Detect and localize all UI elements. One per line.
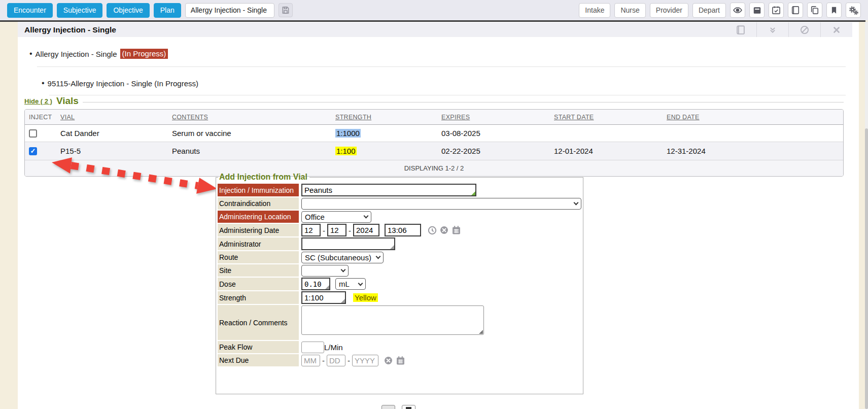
- bookmark-icon: [829, 6, 839, 15]
- note-close-button[interactable]: [821, 22, 852, 37]
- strength-input[interactable]: [301, 291, 346, 304]
- encounter-button[interactable]: Encounter: [7, 3, 53, 18]
- time-input[interactable]: [385, 224, 421, 236]
- col-header-contents[interactable]: CONTENTS: [168, 110, 331, 125]
- dose-row: Dose mL: [218, 278, 581, 290]
- note-status-text: Allergy Injection - Single: [36, 50, 117, 58]
- site-select[interactable]: [301, 265, 349, 277]
- peak-flow-unit: L/Min: [324, 343, 343, 352]
- form-legend: Add Injection from Vial: [218, 173, 309, 182]
- note-disable-button[interactable]: [789, 22, 820, 37]
- note-chart-button[interactable]: [725, 22, 756, 37]
- contraindication-label: Contraindication: [218, 197, 299, 210]
- clear-date-icon[interactable]: [439, 225, 449, 235]
- schedule-button[interactable]: [769, 3, 784, 18]
- bottom-cutoff-button-2[interactable]: [402, 405, 415, 409]
- selected-value: mL: [339, 280, 350, 288]
- bullet-glyph: •: [42, 79, 45, 88]
- in-progress-badge: (In Progress): [120, 49, 168, 59]
- strength-highlight-yellow: 1:100: [335, 147, 357, 155]
- chevron-down-icon: [358, 281, 363, 286]
- col-header-end-date[interactable]: END DATE: [663, 110, 843, 125]
- strength-row: Strength Yellow: [218, 291, 581, 304]
- reaction-label: Reaction / Comments: [218, 305, 299, 340]
- clear-date-icon[interactable]: [384, 356, 393, 365]
- procedure-text: 95115-Allergy Injection - Single (In Pro…: [48, 79, 198, 88]
- peak-flow-input[interactable]: [301, 342, 324, 353]
- peak-flow-row: Peak Flow L/Min: [218, 341, 581, 353]
- col-header-inject: INJECT: [25, 110, 56, 125]
- chevron-down-icon: [376, 254, 381, 259]
- hide-vials-link[interactable]: Hide ( 2 ): [24, 97, 52, 105]
- col-header-start-date[interactable]: START DATE: [550, 110, 663, 125]
- next-due-day-input[interactable]: [327, 355, 345, 366]
- nurse-button[interactable]: Nurse: [614, 3, 645, 18]
- bottom-cutoff-button-1[interactable]: [381, 405, 395, 409]
- scrollbar-thumb[interactable]: [865, 128, 868, 409]
- date-month-input[interactable]: [301, 224, 321, 236]
- copy-button[interactable]: [807, 3, 822, 18]
- site-label: Site: [218, 264, 299, 277]
- chart-button[interactable]: [788, 3, 803, 18]
- inject-checkbox-unchecked[interactable]: [29, 129, 37, 138]
- administering-date-label: Administering Date: [218, 224, 299, 236]
- template-name-box[interactable]: Allergy Injection - Single: [185, 3, 274, 18]
- administering-location-select[interactable]: Office: [301, 211, 371, 223]
- save-template-button[interactable]: [279, 3, 293, 17]
- note-collapse-button[interactable]: [757, 22, 788, 37]
- date-separator: -: [348, 356, 350, 366]
- reaction-comments-textarea[interactable]: [301, 305, 484, 335]
- vials-section-header: Hide ( 2 ) Vials: [24, 95, 844, 107]
- selected-value: Office: [305, 213, 325, 221]
- route-select[interactable]: SC (Subcutaneous): [301, 252, 384, 263]
- administering-location-row: Administering Location Office: [218, 211, 581, 223]
- note-title: Allergy Injection - Single: [24, 25, 116, 35]
- subjective-button[interactable]: Subjective: [57, 3, 103, 18]
- date-separator: -: [349, 226, 351, 236]
- preview-button[interactable]: [730, 3, 745, 18]
- injection-input[interactable]: [301, 184, 476, 196]
- calendar-icon[interactable]: [395, 355, 406, 366]
- col-header-vial[interactable]: VIAL: [56, 110, 168, 125]
- next-due-month-input[interactable]: [301, 355, 320, 366]
- chevron-double-down-icon: [768, 25, 778, 35]
- table-cell-inject: [25, 125, 56, 142]
- dose-unit-select[interactable]: mL: [335, 278, 366, 290]
- table-cell-contents: Serum or vaccine: [168, 125, 331, 142]
- settings-button[interactable]: [846, 3, 861, 18]
- administrator-label: Administrator: [218, 237, 299, 250]
- strength-highlight-blue: 1:1000: [335, 129, 361, 138]
- col-header-strength[interactable]: STRENGTH: [331, 110, 437, 125]
- table-cell-strength: 1:100: [331, 142, 437, 160]
- next-due-year-input[interactable]: [352, 355, 378, 366]
- archive-button[interactable]: [749, 3, 765, 18]
- next-due-label: Next Due: [218, 354, 299, 366]
- col-header-expires[interactable]: EXPIRES: [437, 110, 550, 125]
- chevron-down-icon: [364, 214, 369, 219]
- provider-button[interactable]: Provider: [650, 3, 688, 18]
- date-year-input[interactable]: [353, 224, 379, 236]
- top-toolbar: Encounter Subjective Objective Plan Alle…: [0, 0, 868, 20]
- dose-label: Dose: [218, 278, 299, 290]
- table-cell-end-date: 12-31-2024: [663, 142, 843, 160]
- objective-button[interactable]: Objective: [107, 3, 149, 18]
- contraindication-select[interactable]: [301, 198, 581, 210]
- table-cell-strength: 1:1000: [331, 125, 437, 142]
- administering-date-row: Administering Date - -: [218, 224, 581, 236]
- intake-button[interactable]: Intake: [579, 3, 610, 18]
- clock-icon[interactable]: [427, 225, 437, 235]
- book-icon: [790, 5, 801, 15]
- date-day-input[interactable]: [327, 224, 346, 236]
- archive-box-icon: [752, 6, 762, 15]
- close-x-icon: [832, 25, 841, 35]
- depart-button[interactable]: Depart: [692, 3, 726, 18]
- administrator-input[interactable]: [301, 237, 395, 250]
- bookmark-button[interactable]: [826, 3, 842, 18]
- inject-checkbox-checked[interactable]: ✓: [29, 147, 37, 155]
- site-row: Site: [218, 264, 581, 277]
- date-separator: -: [323, 226, 325, 236]
- chevron-down-icon: [574, 200, 579, 206]
- plan-button[interactable]: Plan: [154, 3, 181, 18]
- calendar-icon[interactable]: [451, 225, 462, 235]
- dose-input[interactable]: [301, 278, 330, 290]
